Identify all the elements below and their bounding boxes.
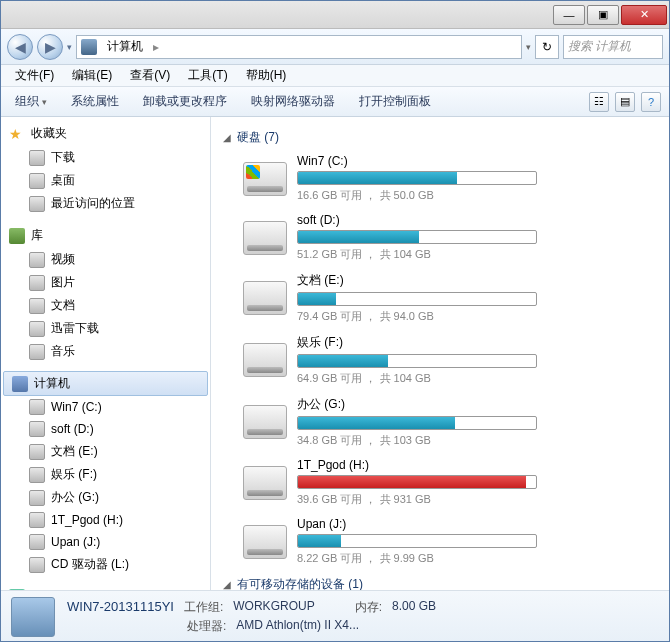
system-properties-button[interactable]: 系统属性 (65, 89, 125, 114)
sidebar-fav-item[interactable]: 最近访问的位置 (1, 192, 210, 215)
category-hard-disks[interactable]: ◢ 硬盘 (7) (223, 129, 657, 146)
navbar: ◀ ▶ ▾ 计算机 ▸ ▾ ↻ 搜索 计算机 (1, 29, 669, 65)
item-label: CD 驱动器 (L:) (51, 556, 129, 573)
item-label: 迅雷下载 (51, 320, 99, 337)
sidebar-comp-item[interactable]: 办公 (G:) (1, 486, 210, 509)
menu-view[interactable]: 查看(V) (122, 65, 178, 86)
item-label: 文档 (E:) (51, 443, 98, 460)
view-mode-icon[interactable]: ☷ (589, 92, 609, 112)
drive-item[interactable]: 娱乐 (F:)64.9 GB 可用 ， 共 104 GB (243, 334, 657, 386)
item-icon (29, 534, 45, 550)
workgroup-label: 工作组: (184, 599, 223, 616)
back-button[interactable]: ◀ (7, 34, 33, 60)
capacity-bar (297, 534, 537, 548)
address-dropdown[interactable]: ▾ (526, 42, 531, 52)
menu-edit[interactable]: 编辑(E) (64, 65, 120, 86)
item-icon (29, 344, 45, 360)
item-icon (29, 150, 45, 166)
drive-icon (243, 343, 287, 377)
sidebar-lib-item[interactable]: 音乐 (1, 340, 210, 363)
drive-name: Win7 (C:) (297, 154, 557, 168)
sidebar-fav-item[interactable]: 下载 (1, 146, 210, 169)
content-pane: ◢ 硬盘 (7) Win7 (C:)16.6 GB 可用 ， 共 50.0 GB… (211, 117, 669, 590)
item-icon (29, 444, 45, 460)
computer-icon (12, 376, 28, 392)
drive-item[interactable]: 1T_Pgod (H:)39.6 GB 可用 ， 共 931 GB (243, 458, 657, 507)
capacity-bar (297, 171, 537, 185)
sidebar-computer-header[interactable]: 计算机 (3, 371, 208, 396)
refresh-button[interactable]: ↻ (535, 35, 559, 59)
breadcrumb-separator-icon[interactable]: ▸ (153, 40, 159, 54)
titlebar[interactable]: — ▣ ✕ (1, 1, 669, 29)
item-label: 桌面 (51, 172, 75, 189)
drive-item[interactable]: soft (D:)51.2 GB 可用 ， 共 104 GB (243, 213, 657, 262)
drive-stats: 79.4 GB 可用 ， 共 94.0 GB (297, 309, 557, 324)
category-removable[interactable]: ◢ 有可移动存储的设备 (1) (223, 576, 657, 590)
item-label: soft (D:) (51, 422, 94, 436)
minimize-button[interactable]: — (553, 5, 585, 25)
drive-item[interactable]: Win7 (C:)16.6 GB 可用 ， 共 50.0 GB (243, 154, 657, 203)
network-icon (9, 589, 25, 591)
sidebar-favorites-header[interactable]: ★ 收藏夹 (1, 121, 210, 146)
sidebar-comp-item[interactable]: 1T_Pgod (H:) (1, 509, 210, 531)
sidebar-comp-item[interactable]: soft (D:) (1, 418, 210, 440)
item-label: 图片 (51, 274, 75, 291)
organize-button[interactable]: 组织 (9, 89, 53, 114)
drive-item[interactable]: 文档 (E:)79.4 GB 可用 ， 共 94.0 GB (243, 272, 657, 324)
item-label: 视频 (51, 251, 75, 268)
sidebar-libraries-header[interactable]: 库 (1, 223, 210, 248)
menu-help[interactable]: 帮助(H) (238, 65, 295, 86)
memory-label: 内存: (355, 599, 382, 616)
map-network-button[interactable]: 映射网络驱动器 (245, 89, 341, 114)
drive-name: 文档 (E:) (297, 272, 557, 289)
cpu-label: 处理器: (187, 618, 226, 635)
sidebar-network-header[interactable]: 网络 (1, 584, 210, 590)
item-label: 文档 (51, 297, 75, 314)
capacity-bar (297, 230, 537, 244)
star-icon: ★ (9, 126, 25, 142)
item-icon (29, 421, 45, 437)
sidebar-lib-item[interactable]: 视频 (1, 248, 210, 271)
maximize-button[interactable]: ▣ (587, 5, 619, 25)
menu-file[interactable]: 文件(F) (7, 65, 62, 86)
breadcrumb[interactable]: 计算机 (101, 36, 149, 57)
close-button[interactable]: ✕ (621, 5, 667, 25)
item-icon (29, 490, 45, 506)
sidebar-comp-item[interactable]: Upan (J:) (1, 531, 210, 553)
sidebar-lib-item[interactable]: 文档 (1, 294, 210, 317)
drive-stats: 39.6 GB 可用 ， 共 931 GB (297, 492, 557, 507)
drive-stats: 8.22 GB 可用 ， 共 9.99 GB (297, 551, 557, 566)
drive-stats: 34.8 GB 可用 ， 共 103 GB (297, 433, 557, 448)
search-input[interactable]: 搜索 计算机 (563, 35, 663, 59)
history-dropdown[interactable]: ▾ (67, 42, 72, 52)
address-bar[interactable]: 计算机 ▸ (76, 35, 522, 59)
item-icon (29, 321, 45, 337)
forward-button[interactable]: ▶ (37, 34, 63, 60)
sidebar-comp-item[interactable]: 文档 (E:) (1, 440, 210, 463)
drive-icon (243, 281, 287, 315)
sidebar-lib-item[interactable]: 迅雷下载 (1, 317, 210, 340)
drive-item[interactable]: Upan (J:)8.22 GB 可用 ， 共 9.99 GB (243, 517, 657, 566)
sidebar-comp-item[interactable]: Win7 (C:) (1, 396, 210, 418)
computer-name: WIN7-20131115YI (67, 599, 174, 616)
control-panel-button[interactable]: 打开控制面板 (353, 89, 437, 114)
drive-name: soft (D:) (297, 213, 557, 227)
toolbar: 组织 系统属性 卸载或更改程序 映射网络驱动器 打开控制面板 ☷ ▤ ? (1, 87, 669, 117)
sidebar-comp-item[interactable]: 娱乐 (F:) (1, 463, 210, 486)
collapse-icon[interactable]: ◢ (223, 579, 231, 590)
preview-pane-icon[interactable]: ▤ (615, 92, 635, 112)
drive-item[interactable]: 办公 (G:)34.8 GB 可用 ， 共 103 GB (243, 396, 657, 448)
sidebar-fav-item[interactable]: 桌面 (1, 169, 210, 192)
uninstall-button[interactable]: 卸载或更改程序 (137, 89, 233, 114)
sidebar-lib-item[interactable]: 图片 (1, 271, 210, 294)
drive-icon (243, 221, 287, 255)
capacity-bar (297, 475, 537, 489)
help-icon[interactable]: ? (641, 92, 661, 112)
item-label: 最近访问的位置 (51, 195, 135, 212)
libraries-icon (9, 228, 25, 244)
item-icon (29, 399, 45, 415)
collapse-icon[interactable]: ◢ (223, 132, 231, 143)
menu-tools[interactable]: 工具(T) (180, 65, 235, 86)
cpu-value: AMD Athlon(tm) II X4... (236, 618, 359, 635)
sidebar-comp-item[interactable]: CD 驱动器 (L:) (1, 553, 210, 576)
